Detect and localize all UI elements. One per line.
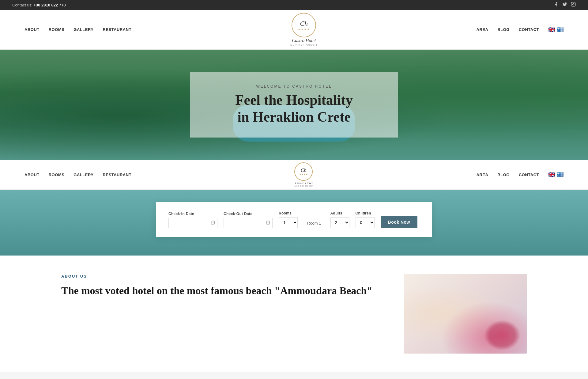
- svg-rect-0: [571, 2, 575, 6]
- svg-rect-2: [211, 221, 215, 224]
- nav-left: ABOUT ROOMS GALLERY RESTAURANT: [24, 27, 131, 32]
- rooms-label: Rooms: [279, 211, 298, 215]
- adults-label: Adults: [330, 211, 349, 215]
- facebook-icon[interactable]: [554, 2, 559, 8]
- checkin-label: Check-In Date: [168, 212, 217, 216]
- sticky-logo-name: Castro Hotel: [294, 181, 313, 185]
- sticky-nav-contact[interactable]: CONTACT: [519, 172, 539, 177]
- sticky-nav-gallery[interactable]: GALLERY: [74, 172, 93, 177]
- sticky-logo[interactable]: Ch ★★★★ Castro Hotel Summer Resort: [294, 162, 313, 187]
- flag-english[interactable]: 🇬🇧: [548, 26, 555, 33]
- top-bar: Contact us: +30 2810 822 770: [0, 0, 588, 10]
- room-name-field: Room 1: [304, 212, 324, 228]
- children-select-wrap: 0 1 2 3: [356, 217, 375, 228]
- rooms-select[interactable]: 1 2 3: [279, 218, 297, 228]
- sticky-nav-left: ABOUT ROOMS GALLERY RESTAURANT: [24, 172, 131, 177]
- adults-field: Adults 1 2 3 4: [330, 211, 349, 228]
- adults-select-wrap: 1 2 3 4: [330, 217, 349, 228]
- checkin-input[interactable]: [168, 218, 217, 228]
- room-name-display: Room 1: [304, 218, 324, 228]
- sticky-flag-greek[interactable]: 🇬🇷: [557, 171, 564, 178]
- svg-rect-6: [266, 221, 270, 224]
- sticky-nav-about[interactable]: ABOUT: [24, 172, 40, 177]
- nav-right: AREA BLOG CONTACT 🇬🇧 🇬🇷: [477, 26, 564, 33]
- twitter-icon[interactable]: [562, 2, 567, 8]
- logo-sub: Summer Resort: [290, 43, 318, 46]
- checkin-field: Check-In Date: [168, 212, 217, 228]
- logo-initials: Ch: [300, 20, 308, 28]
- sticky-nav-right: AREA BLOG CONTACT 🇬🇧 🇬🇷: [477, 171, 564, 178]
- room-name-label: [304, 212, 324, 217]
- language-flags: 🇬🇧 🇬🇷: [548, 26, 564, 33]
- main-logo[interactable]: Ch ★★★★ Castro Hotel Summer Resort: [290, 13, 318, 46]
- sticky-logo-initials: Ch: [301, 168, 307, 173]
- sticky-flag-english[interactable]: 🇬🇧: [548, 171, 555, 178]
- rooms-field: Rooms 1 2 3: [279, 211, 298, 228]
- checkout-calendar-icon[interactable]: [266, 220, 270, 226]
- hero-subtitle: WELCOME TO CASTRO HOTEL: [214, 84, 374, 89]
- checkin-calendar-icon[interactable]: [211, 220, 215, 226]
- about-image: [404, 274, 527, 354]
- nav-contact[interactable]: CONTACT: [519, 27, 539, 32]
- checkout-input[interactable]: [224, 218, 273, 228]
- booking-widget: Check-In Date Check-Out Date Rooms 1: [156, 202, 432, 237]
- nav-gallery[interactable]: GALLERY: [74, 27, 93, 32]
- flag-greek[interactable]: 🇬🇷: [557, 26, 564, 33]
- checkin-input-wrap: [168, 218, 217, 228]
- hero-title: Feel the Hospitality in Heraklion Crete: [214, 92, 374, 125]
- checkout-field: Check-Out Date: [224, 212, 273, 228]
- nav-area[interactable]: AREA: [477, 27, 488, 32]
- hero-section: WELCOME TO CASTRO HOTEL Feel the Hospita…: [0, 50, 588, 160]
- sticky-language-flags: 🇬🇧 🇬🇷: [548, 171, 564, 178]
- nav-about[interactable]: ABOUT: [24, 27, 40, 32]
- logo-stars: ★★★★: [298, 28, 310, 31]
- phone-number: +30 2810 822 770: [33, 3, 66, 7]
- children-field: Children 0 1 2 3: [356, 211, 375, 228]
- checkout-label: Check-Out Date: [224, 212, 273, 216]
- nav-rooms[interactable]: ROOMS: [49, 27, 65, 32]
- hero-text-box: WELCOME TO CASTRO HOTEL Feel the Hospita…: [190, 72, 398, 138]
- children-label: Children: [356, 211, 375, 215]
- about-text: ABOUT US The most voted hotel on the mos…: [61, 274, 386, 297]
- main-nav: ABOUT ROOMS GALLERY RESTAURANT Ch ★★★★ C…: [0, 10, 588, 50]
- contact-info: Contact us: +30 2810 822 770: [12, 3, 66, 7]
- nav-blog[interactable]: BLOG: [497, 27, 510, 32]
- sticky-logo-sub: Summer Resort: [294, 185, 313, 187]
- sticky-nav-blog[interactable]: BLOG: [497, 172, 510, 177]
- book-now-button[interactable]: Book Now: [381, 216, 417, 228]
- hero-title-line2: in Heraklion Crete: [237, 109, 351, 125]
- about-section: ABOUT US The most voted hotel on the mos…: [0, 256, 588, 372]
- sticky-nav: ABOUT ROOMS GALLERY RESTAURANT Ch ★★★★ C…: [0, 160, 588, 190]
- logo-name: Castro Hotel: [290, 38, 318, 43]
- nav-restaurant[interactable]: RESTAURANT: [103, 27, 131, 32]
- children-select[interactable]: 0 1 2 3: [356, 218, 374, 228]
- instagram-icon[interactable]: [571, 2, 576, 8]
- about-label: ABOUT US: [61, 274, 386, 279]
- sticky-logo-stars: ★★★★: [299, 173, 308, 176]
- checkout-input-wrap: [224, 218, 273, 228]
- sticky-nav-restaurant[interactable]: RESTAURANT: [103, 172, 131, 177]
- sticky-nav-rooms[interactable]: ROOMS: [49, 172, 65, 177]
- adults-select[interactable]: 1 2 3 4: [331, 218, 349, 228]
- contact-prefix: Contact us:: [12, 3, 33, 7]
- rooms-select-wrap: 1 2 3: [279, 217, 298, 228]
- sticky-nav-area[interactable]: AREA: [477, 172, 488, 177]
- about-heading: The most voted hotel on the most famous …: [61, 285, 386, 297]
- social-icons-container: [554, 2, 576, 8]
- hero-title-line1: Feel the Hospitality: [235, 92, 352, 108]
- booking-area: Check-In Date Check-Out Date Rooms 1: [0, 190, 588, 256]
- flower-decoration: [484, 320, 521, 351]
